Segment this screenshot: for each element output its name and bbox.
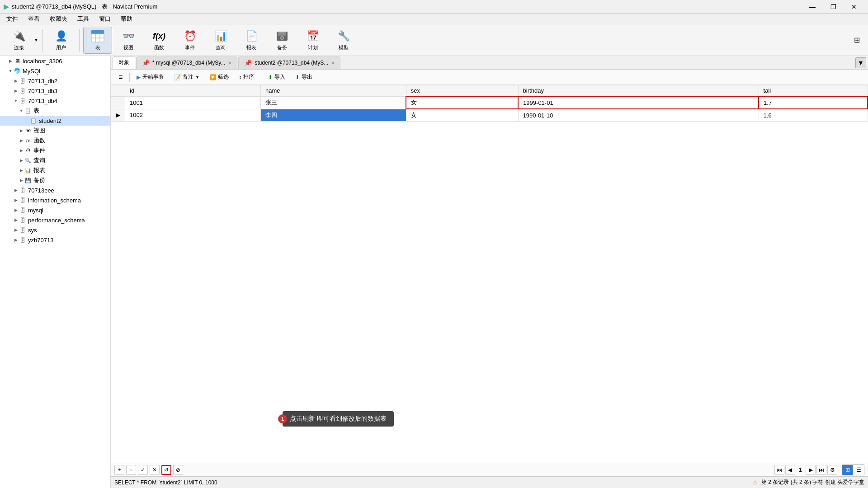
toolbar-model-btn[interactable]: 🔧 模型 xyxy=(329,27,358,54)
delete-record-btn[interactable]: − xyxy=(126,465,136,475)
sidebar-item-tables[interactable]: ▼ 📋 表 xyxy=(0,106,110,116)
tab-mysql-query[interactable]: 📌 * mysql @70713_db4 (MySy... ✕ xyxy=(136,56,237,69)
menu-help[interactable]: 帮助 xyxy=(116,14,137,24)
sidebar-item-reports[interactable]: ▶ 📊 报表 xyxy=(0,165,110,175)
toolbar-function-btn[interactable]: f(x) 函数 xyxy=(145,27,174,54)
tab-student2-close-btn[interactable]: ✕ xyxy=(331,61,335,66)
menu-toggle-btn[interactable]: ≡ xyxy=(114,71,127,83)
prev-page-btn[interactable]: ◀ xyxy=(785,465,795,475)
menu-favorites[interactable]: 收藏夹 xyxy=(45,14,72,24)
event-toolbar-icon: ⏰ xyxy=(183,29,197,43)
sidebar-item-label: 表 xyxy=(33,107,39,115)
col-tall-header[interactable]: tall xyxy=(759,85,868,97)
cell-sex[interactable]: 女 xyxy=(406,96,518,109)
menu-window[interactable]: 窗口 xyxy=(94,14,115,24)
tab-student2[interactable]: 📌 student2 @70713_db4 (MyS... ✕ xyxy=(238,56,340,69)
tab-close-btn[interactable]: ✕ xyxy=(228,61,231,66)
titlebar-controls: — ❐ ✕ xyxy=(802,0,864,14)
sidebar-item-performance-schema[interactable]: ▶ 🗄 performance_schema xyxy=(0,215,110,225)
begin-transaction-btn[interactable]: ▶ 开始事务 xyxy=(132,71,168,83)
import-btn[interactable]: ⬆ 导入 xyxy=(264,71,289,83)
stop-btn[interactable]: ⊘ xyxy=(173,465,183,475)
connect-dropdown-btn[interactable]: ▼ xyxy=(33,27,39,54)
cell-tall[interactable]: 1.6 xyxy=(759,109,868,122)
tab-objects[interactable]: 对象 xyxy=(113,56,135,69)
table-row[interactable]: 1001 张三 女 1999-01-01 1.7 xyxy=(111,96,868,109)
sidebar-item-db4[interactable]: ▼ 🗄 70713_db4 xyxy=(0,96,110,106)
table-row[interactable]: ▶ 1002 李四 女 1990-01-10 1.6 xyxy=(111,109,868,122)
sidebar-item-db2[interactable]: ▶ 🗄 70713_db2 xyxy=(0,76,110,86)
table-container: id name sex birthday tall 1001 张三 女 1999 xyxy=(111,85,868,463)
minimize-button[interactable]: — xyxy=(802,0,823,14)
cell-id[interactable]: 1001 xyxy=(125,96,261,109)
toolbar-report-btn[interactable]: 📄 报表 xyxy=(237,27,266,54)
cell-birthday[interactable]: 1990-01-10 xyxy=(518,109,759,122)
db-icon: 🗄 xyxy=(19,216,26,224)
toolbar-query-btn[interactable]: 📊 查询 xyxy=(206,27,235,54)
menu-tools[interactable]: 工具 xyxy=(73,14,94,24)
sidebar-item-functions[interactable]: ▶ fx 函数 xyxy=(0,136,110,145)
sidebar-item-student2[interactable]: 📋 student2 xyxy=(0,116,110,126)
refresh-btn[interactable]: ↺ xyxy=(161,465,171,475)
filter-label: 筛选 xyxy=(218,73,229,81)
sidebar-item-sys[interactable]: ▶ 🗄 sys xyxy=(0,225,110,235)
nav-section: ⏮ ◀ 1 ▶ ⏭ ⚙ ⊞ ☰ xyxy=(774,465,864,475)
note-label: 备注 xyxy=(183,73,193,81)
toolbar-connect-btn[interactable]: 🔌 连接 xyxy=(5,27,33,54)
export-btn[interactable]: ⬇ 导出 xyxy=(291,71,316,83)
row-arrow: ▶ xyxy=(111,109,125,122)
next-page-btn[interactable]: ▶ xyxy=(806,465,816,475)
cell-id[interactable]: 1002 xyxy=(125,109,261,122)
toolbar-view-btn[interactable]: 👓 视图 xyxy=(114,27,143,54)
query-toolbar-icon: 📊 xyxy=(213,29,228,43)
table-header-row: id name sex birthday tall xyxy=(111,85,868,97)
col-name-header[interactable]: name xyxy=(261,85,406,97)
sidebar-item-queries[interactable]: ▶ 🔍 查询 xyxy=(0,155,110,165)
sidebar-item-mysql[interactable]: ▼ 🐬 MySQL xyxy=(0,66,110,76)
sort-btn[interactable]: ↕ 排序 xyxy=(235,71,258,83)
sidebar-item-db3[interactable]: ▶ 🗄 70713_db3 xyxy=(0,86,110,96)
sidebar-item-information-schema[interactable]: ▶ 🗄 information_schema xyxy=(0,195,110,205)
toolbar-table-btn[interactable]: 表 xyxy=(83,27,112,54)
toolbar-schedule-btn[interactable]: 📅 计划 xyxy=(298,27,327,54)
cancel-record-btn[interactable]: ✕ xyxy=(150,465,160,475)
note-icon: 📝 xyxy=(174,74,181,80)
cell-name[interactable]: 张三 xyxy=(261,96,406,109)
cell-tall[interactable]: 1.7 xyxy=(759,96,868,109)
add-record-btn[interactable]: + xyxy=(114,465,124,475)
list-view-btn[interactable]: ☰ xyxy=(853,465,864,475)
right-panel-toggle-btn[interactable]: ⊞ xyxy=(850,33,863,47)
toolbar-event-btn[interactable]: ⏰ 事件 xyxy=(175,27,204,54)
last-page-btn[interactable]: ⏭ xyxy=(816,465,826,475)
menu-file[interactable]: 文件 xyxy=(2,14,23,24)
close-button[interactable]: ✕ xyxy=(844,0,864,14)
cell-birthday[interactable]: 1999-01-01 xyxy=(518,96,759,109)
col-sex-header[interactable]: sex xyxy=(406,85,518,97)
sidebar-item-backups[interactable]: ▶ 💾 备份 xyxy=(0,175,110,185)
toolbar-backup-btn[interactable]: 备份 xyxy=(268,27,297,54)
settings-nav-btn[interactable]: ⚙ xyxy=(827,465,837,475)
maximize-button[interactable]: ❐ xyxy=(823,0,844,14)
note-btn[interactable]: 📝 备注 ▼ xyxy=(170,71,203,83)
sidebar-item-localhost[interactable]: ▶ 🖥 localhost_3306 xyxy=(0,56,110,66)
col-id-header[interactable]: id xyxy=(125,85,261,97)
grid-view-btn[interactable]: ⊞ xyxy=(842,465,853,475)
tab-expand-btn[interactable]: ▼ xyxy=(855,57,866,68)
filter-btn[interactable]: 🔽 筛选 xyxy=(205,71,233,83)
save-record-btn[interactable]: ✓ xyxy=(138,465,148,475)
sidebar-item-events[interactable]: ▶ ⏱ 事件 xyxy=(0,145,110,155)
sidebar-item-yzh70713[interactable]: ▶ 🗄 yzh70713 xyxy=(0,235,110,245)
cell-sex[interactable]: 女 xyxy=(406,109,518,122)
sidebar-item-views[interactable]: ▶ 👁 视图 xyxy=(0,126,110,136)
sidebar-item-label: MySQL xyxy=(23,68,42,75)
menu-view[interactable]: 查看 xyxy=(24,14,44,24)
first-page-btn[interactable]: ⏮ xyxy=(774,465,784,475)
arrow-icon: ▶ xyxy=(18,177,24,183)
reports-icon: 📊 xyxy=(24,167,32,174)
toolbar-user-btn[interactable]: 👤 用户 xyxy=(47,27,75,54)
col-birthday-header[interactable]: birthday xyxy=(518,85,759,97)
cell-name[interactable]: 李四 xyxy=(261,109,406,122)
sidebar-item-70713eee[interactable]: ▶ 🗄 70713eee xyxy=(0,185,110,195)
arrow-icon: ▶ xyxy=(13,197,19,203)
sidebar-item-mysql-db[interactable]: ▶ 🗄 mysql xyxy=(0,205,110,215)
